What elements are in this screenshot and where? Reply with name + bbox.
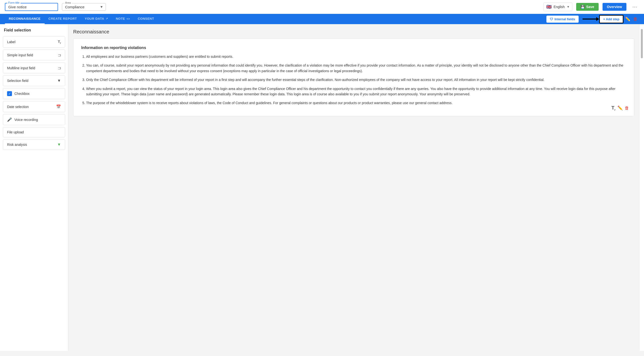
multiline-input-name: Multiline input field <box>7 66 35 70</box>
microphone-icon: 🎤 <box>7 117 12 122</box>
add-step-button[interactable]: + Add step <box>599 15 624 23</box>
voice-recording-name: Voice recording <box>14 118 38 122</box>
content-title: Reconnaissance <box>73 29 634 35</box>
area-select[interactable]: Compliance HR Legal Finance <box>65 5 97 9</box>
delete-icon: 🗑 <box>625 106 629 110</box>
text-format-icon: Tr <box>58 39 61 44</box>
selection-chevron-icon: ▼ <box>57 78 61 83</box>
arrow-line <box>582 18 597 19</box>
code-icon: <> <box>126 17 130 20</box>
language-selector[interactable]: 🇬🇧 English ▼ <box>544 2 572 11</box>
form-title-input[interactable] <box>8 5 55 9</box>
violation-info-list: All employees and our business partners … <box>81 54 626 106</box>
form-title-field[interactable]: Form title <box>5 3 58 11</box>
field-item-multiline-input[interactable]: Multiline input field ⊐ <box>3 62 65 73</box>
simple-input-name: Simple input field <box>7 53 33 57</box>
selection-field-name: Selection field <box>7 79 28 83</box>
field-item-file-upload[interactable]: File upload <box>3 127 65 137</box>
internal-fields-button[interactable]: 🛡 Internal fields <box>546 15 578 23</box>
tab-consent-label: CONSENT <box>138 17 154 20</box>
card-edit-button[interactable]: ✏️ <box>618 105 623 111</box>
file-upload-name: File upload <box>7 130 24 134</box>
calendar-icon: 📅 <box>56 104 61 109</box>
tab-create-report[interactable]: CREATE REPORT <box>45 14 81 24</box>
save-button[interactable]: 💾 Save <box>576 3 599 11</box>
input-icon: ⊐ <box>58 53 61 57</box>
form-title-label: Form title <box>7 1 20 4</box>
more-options-button[interactable]: ⋯ <box>630 3 639 11</box>
card-actions: Tr ✏️ 🗑 <box>612 105 629 111</box>
field-item-label[interactable]: Label Tr <box>3 36 65 47</box>
date-selection-name: Date selection <box>7 105 29 109</box>
language-text: English <box>554 5 565 9</box>
shield-icon: 🛡 <box>550 17 553 21</box>
area-label: Area <box>64 1 72 4</box>
content-card: Information on reporting violations All … <box>73 38 634 116</box>
language-chevron-icon: ▼ <box>567 5 570 8</box>
list-item: All employees and our business partners … <box>86 54 626 59</box>
delete-step-button[interactable]: 🗑 <box>632 15 639 23</box>
card-heading: Information on reporting violations <box>81 46 626 50</box>
main-layout: Field selection Label Tr Simple input fi… <box>0 24 644 351</box>
area-chevron-icon: ▼ <box>100 5 103 9</box>
checkbox-checked-icon: ✓ <box>7 91 12 96</box>
sidebar-title: Field selection <box>0 28 68 36</box>
list-item: You can, of course, submit your report a… <box>86 63 626 74</box>
risk-chevron-icon: ▼ <box>57 142 61 147</box>
field-item-selection[interactable]: Selection field ▼ <box>3 75 65 86</box>
field-item-date[interactable]: Date selection 📅 <box>3 101 65 112</box>
field-item-risk[interactable]: Risk analysis ▼ <box>3 139 65 150</box>
tab-reconnaissance-label: RECONNAISSANCE <box>9 17 41 20</box>
edit-step-button[interactable]: ✏️ <box>624 15 632 23</box>
more-icon: ⋯ <box>632 4 637 9</box>
arrow-indicator <box>582 18 597 19</box>
list-item: When you submit a report, you can view t… <box>86 86 626 97</box>
scrollbar-thumb[interactable] <box>641 29 643 58</box>
tab-note-label: NOTE <box>116 17 125 20</box>
list-item: Only the Chief Compliance Officer with h… <box>86 77 626 82</box>
typography-icon: Tr <box>612 105 616 111</box>
area-field[interactable]: Area Compliance HR Legal Finance ▼ <box>62 3 106 11</box>
field-item-simple-input[interactable]: Simple input field ⊐ <box>3 49 65 60</box>
field-item-checkbox[interactable]: ✓ Checkbox <box>3 88 65 99</box>
tabs-bar: RECONNAISSANCE CREATE REPORT YOUR DATA ↗… <box>0 14 644 24</box>
header: Form title Area Compliance HR Legal Fina… <box>0 0 644 14</box>
right-panel <box>639 24 644 351</box>
checkbox-name: Checkbox <box>14 92 30 96</box>
tab-reconnaissance[interactable]: RECONNAISSANCE <box>5 14 45 24</box>
overview-button[interactable]: Overview <box>602 3 626 11</box>
card-delete-button[interactable]: 🗑 <box>625 106 629 111</box>
tab-note[interactable]: NOTE <> <box>112 14 134 24</box>
field-item-voice[interactable]: 🎤 Voice recording <box>3 114 65 125</box>
sidebar: Field selection Label Tr Simple input fi… <box>0 24 68 351</box>
tab-create-report-label: CREATE REPORT <box>48 17 77 20</box>
tab-your-data[interactable]: YOUR DATA ↗ <box>81 14 112 24</box>
flag-icon: 🇬🇧 <box>546 4 552 9</box>
external-link-icon: ↗ <box>106 17 108 20</box>
risk-analysis-name: Risk analysis <box>7 143 27 147</box>
trash-icon: 🗑 <box>633 16 638 21</box>
multiline-icon: ⊐ <box>58 66 61 70</box>
edit-icon: ✏️ <box>618 106 623 110</box>
pencil-icon: ✏️ <box>625 16 630 21</box>
tab-your-data-label: YOUR DATA <box>85 17 104 20</box>
save-icon: 💾 <box>580 5 585 9</box>
content-area: Reconnaissance Information on reporting … <box>68 24 639 351</box>
label-field-name: Label <box>7 40 15 44</box>
tab-consent[interactable]: CONSENT <box>134 14 158 24</box>
list-item: The purpose of the whistleblower system … <box>86 100 626 106</box>
